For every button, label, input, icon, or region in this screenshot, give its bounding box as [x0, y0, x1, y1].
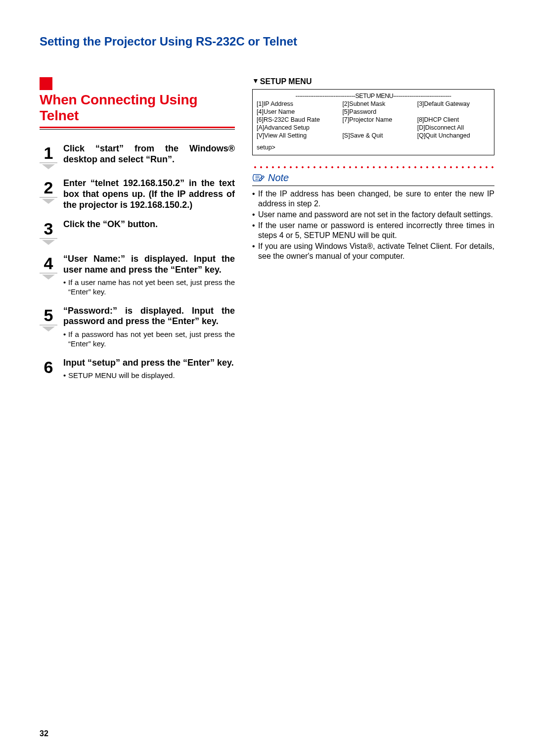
step-text: Click the “OK” button. [63, 219, 235, 230]
menu-item: [V]View All Setting [257, 132, 340, 139]
menu-item: [6]RS-232C Baud Rate [257, 116, 340, 123]
pencil-icon [252, 173, 265, 184]
menu-item [417, 108, 490, 115]
step-number: 1 [40, 143, 57, 163]
note-underline [252, 186, 494, 186]
step-badge: 2 [40, 178, 57, 204]
step-subtext: •SETUP MENU will be displayed. [63, 371, 235, 380]
step-number: 5 [40, 306, 57, 326]
step-5: 5 “Password:” is displayed. Input the pa… [40, 306, 235, 349]
section-rule-thin [40, 129, 235, 130]
step-text: “Password:” is displayed. Input the pass… [63, 306, 235, 327]
setup-menu-title-row: ---------------------------------SETUP M… [257, 93, 490, 99]
content-columns: When Connecting Using Telnet 1 Click “st… [40, 77, 494, 389]
chevron-down-icon [42, 164, 55, 169]
chevron-down-icon [42, 327, 55, 331]
step-text: Enter “telnet 192.168.150.2” in the text… [63, 178, 235, 210]
chevron-down-icon [42, 275, 55, 280]
step-subtext: •If a password has not yet been set, jus… [63, 330, 235, 349]
step-3: 3 Click the “OK” button. [40, 219, 235, 245]
menu-item: [A]Advanced Setup [257, 124, 340, 131]
step-text: Input “setup” and press the “Enter” key. [63, 358, 235, 369]
step-text: Click “start” from the Windows® desktop … [63, 143, 235, 165]
menu-item: [8]DHCP Client [417, 116, 490, 123]
menu-item: [D]Disconnect All [417, 124, 490, 131]
menu-item: [S]Save & Quit [342, 132, 415, 139]
section-title: When Connecting Using Telnet [40, 92, 235, 124]
step-text: “User Name:” is displayed. Input the use… [63, 254, 235, 275]
step-6: 6 Input “setup” and press the “Enter” ke… [40, 358, 235, 380]
step-badge: 4 [40, 254, 57, 280]
page-title: Setting the Projector Using RS-232C or T… [40, 35, 494, 48]
setup-menu-prompt: setup> [257, 144, 490, 151]
page-number: 32 [40, 729, 48, 738]
section-rule-red [40, 127, 235, 128]
menu-item: [2]Subnet Mask [342, 100, 415, 107]
note-item: •User name and password are not set in t… [252, 210, 494, 220]
menu-item: [4]User Name [257, 108, 340, 115]
menu-item: [5]Password [342, 108, 415, 115]
note-item: •If you are using Windows Vista®, activa… [252, 241, 494, 261]
triangle-down-icon: ▼ [252, 77, 259, 85]
step-subtext: •If a user name has not yet been set, ju… [63, 278, 235, 297]
note-item: •If the user name or password is entered… [252, 221, 494, 240]
dotted-separator [252, 165, 494, 169]
step-badge: 5 [40, 306, 57, 331]
menu-item: [3]Default Gateway [417, 100, 490, 107]
setup-menu-box: ---------------------------------SETUP M… [252, 89, 494, 155]
section-marker [40, 77, 52, 90]
step-2: 2 Enter “telnet 192.168.150.2” in the te… [40, 178, 235, 210]
step-badge: 1 [40, 143, 57, 169]
step-badge: 6 [40, 358, 57, 377]
setup-menu-grid: [1]IP Address [2]Subnet Mask [3]Default … [257, 100, 490, 139]
chevron-down-icon [42, 199, 55, 204]
note-list: •If the IP address has been changed, be … [252, 189, 494, 261]
step-number: 2 [40, 178, 57, 198]
chevron-down-icon [42, 240, 55, 245]
menu-item: [Q]Quit Unchanged [417, 132, 490, 139]
steps-list: 1 Click “start” from the Windows® deskto… [40, 143, 235, 380]
step-1: 1 Click “start” from the Windows® deskto… [40, 143, 235, 169]
note-item: •If the IP address has been changed, be … [252, 189, 494, 209]
menu-item [342, 124, 415, 131]
left-column: When Connecting Using Telnet 1 Click “st… [40, 77, 235, 389]
step-number: 3 [40, 219, 57, 239]
setup-menu-heading: ▼SETUP MENU [252, 77, 494, 86]
menu-item: [1]IP Address [257, 100, 340, 107]
step-4: 4 “User Name:” is displayed. Input the u… [40, 254, 235, 297]
note-heading: Note [252, 172, 494, 184]
step-number: 4 [40, 254, 57, 274]
step-number: 6 [40, 358, 57, 377]
right-column: ▼SETUP MENU ----------------------------… [252, 77, 494, 389]
step-badge: 3 [40, 219, 57, 245]
menu-item: [7]Projector Name [342, 116, 415, 123]
